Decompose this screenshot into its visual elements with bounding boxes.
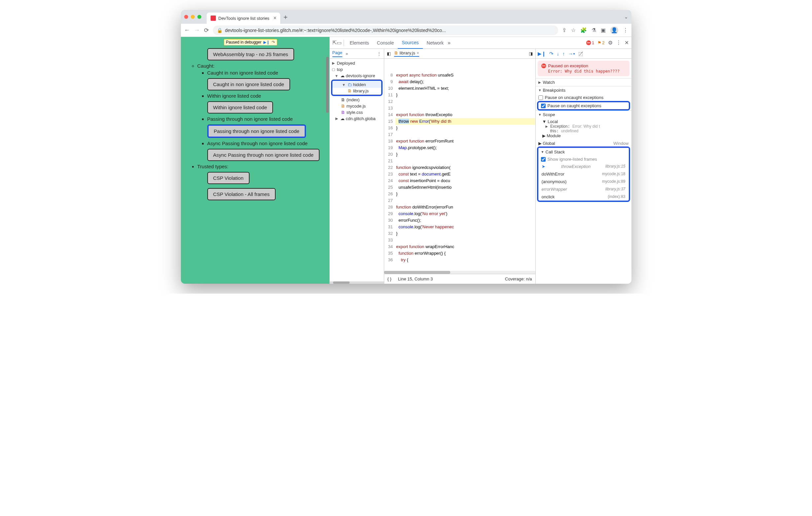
code-line[interactable]: export function throwExceptio [396, 112, 535, 118]
stack-frame[interactable]: throwExceptionlibrary.js:15 [539, 163, 629, 170]
tree-top[interactable]: ▢top [330, 66, 384, 72]
bp-caught-row[interactable]: Pause on caught exceptions [539, 102, 629, 109]
braces-icon[interactable]: { } [387, 276, 392, 281]
tree-deployed[interactable]: ▶Deployed [330, 60, 384, 66]
button-csp-violation[interactable]: CSP Violation [207, 172, 250, 184]
step-over-button[interactable]: ↷ [549, 51, 554, 57]
code-line[interactable]: export function wrapErrorHanc [396, 243, 535, 250]
page-scrollbar[interactable] [326, 57, 329, 113]
bp-caught-checkbox[interactable] [541, 103, 546, 108]
code-line[interactable]: } [396, 230, 535, 237]
code-line[interactable]: errorFunc(); [396, 217, 535, 224]
toggle-dbg-icon[interactable]: ◨ [529, 51, 533, 56]
profile-avatar[interactable]: 👤 [610, 26, 618, 34]
tab-sources[interactable]: Sources [398, 37, 423, 49]
tab-console[interactable]: Console [373, 37, 398, 49]
code-line[interactable]: console.log('Never happenec [396, 224, 535, 230]
more-tabs-icon[interactable]: » [447, 40, 451, 46]
address-bar[interactable]: 🔒 devtools-ignore-list-stories.glitch.me… [213, 25, 558, 35]
show-ignored-checkbox[interactable] [541, 157, 546, 162]
tree-style-css[interactable]: 🗎style.css [330, 109, 384, 116]
code-line[interactable]: export function errorFromRunt [396, 138, 535, 145]
code-line[interactable]: try { [396, 257, 535, 263]
code-line[interactable] [396, 197, 535, 204]
tree-cdn[interactable]: ▶☁cdn.glitch.globa [330, 116, 384, 122]
code-line[interactable]: unsafeSetInnerHtml(insertio [396, 184, 535, 191]
browser-tab[interactable]: DevTools ignore list stories × [207, 12, 281, 24]
tree-mycode-js[interactable]: 🗎mycode.js [330, 103, 384, 109]
code-line[interactable]: function doWithError(errorFun [396, 204, 535, 211]
code-line[interactable]: function errorWrapper() { [396, 250, 535, 257]
close-file-icon[interactable]: × [416, 51, 419, 55]
step-icon[interactable]: ↷ [272, 40, 275, 44]
bp-uncaught-row[interactable]: Pause on uncaught exceptions [536, 94, 632, 101]
step-button[interactable]: →• [569, 51, 575, 56]
section-watch[interactable]: ▶Watch [536, 79, 632, 86]
code-line[interactable]: console.log('No error yet') [396, 211, 535, 217]
code-line[interactable]: Map.prototype.set(); [396, 145, 535, 151]
nav-more-icon[interactable]: » [346, 51, 348, 56]
stack-frame[interactable]: (anonymous)mycode.js:89 [539, 178, 629, 185]
code-line[interactable]: } [396, 191, 535, 197]
labs-icon[interactable]: ⚗ [591, 27, 596, 33]
stack-frame[interactable]: errorWrapperlibrary.js:37 [539, 185, 629, 193]
bp-uncaught-checkbox[interactable] [539, 95, 543, 100]
back-button[interactable]: ← [184, 27, 190, 34]
tree-index[interactable]: 🗎(index) [330, 97, 384, 103]
code-line[interactable] [396, 158, 535, 164]
menu-icon[interactable]: ⋮ [623, 27, 628, 33]
code-line[interactable] [396, 131, 535, 138]
close-window[interactable] [184, 15, 188, 19]
step-into-button[interactable]: ↓ [557, 51, 559, 56]
nav-tab-page[interactable]: Page [332, 50, 342, 57]
tab-network[interactable]: Network [423, 37, 447, 49]
code-line[interactable]: const text = document.getE [396, 171, 535, 178]
scope-module[interactable]: ▶ Module [542, 133, 629, 138]
inspect-icon[interactable]: ⇱ [332, 39, 337, 46]
editor-h-scrollbar[interactable] [384, 271, 535, 274]
share-icon[interactable]: ⇪ [562, 27, 567, 33]
new-tab-button[interactable]: ＋ [282, 12, 289, 22]
close-devtools-icon[interactable]: ✕ [625, 39, 629, 46]
button-csp-violation-all[interactable]: CSP Violation - All frames [207, 188, 276, 200]
kebab-icon[interactable]: ⋮ [616, 39, 621, 46]
tab-elements[interactable]: Elements [346, 37, 373, 49]
zoom-window[interactable] [197, 15, 201, 19]
button-async-passing[interactable]: Async Passing through non ignore listed … [207, 149, 320, 161]
code-line[interactable] [396, 237, 535, 243]
tabs-overflow-icon[interactable]: ⌄ [624, 14, 628, 20]
stack-frame[interactable]: doWithErrormycode.js:18 [539, 170, 629, 178]
code-line[interactable]: } [396, 125, 535, 131]
code-line[interactable] [396, 105, 535, 112]
button-wasm-trap[interactable]: WebAssembly trap - no JS frames [207, 48, 294, 60]
minimize-window[interactable] [191, 15, 195, 19]
section-breakpoints[interactable]: ▼Breakpoints [536, 86, 632, 94]
code-line[interactable]: const insertionPoint = docu [396, 178, 535, 184]
file-tab-library[interactable]: 🗎 library.js × [394, 51, 419, 57]
code-line[interactable]: await delay(); [396, 79, 535, 85]
code-line[interactable]: throw new Error('Why did th [396, 118, 535, 125]
scope-global[interactable]: ▶ GlobalWindow [536, 140, 632, 147]
deactivate-bp-button[interactable]: ⬚̸ [578, 51, 583, 57]
stack-frame[interactable]: onclick(index):83 [539, 193, 629, 201]
tree-domain[interactable]: ▼☁devtools-ignore [330, 72, 384, 79]
button-passing-through[interactable]: Passing through non ignore listed code [207, 124, 306, 138]
nav-scrollbar[interactable] [330, 281, 384, 284]
show-ignored-frames-row[interactable]: Show ignore-listed frames [539, 156, 629, 163]
button-within-ignore[interactable]: Within ignore listed code [207, 101, 273, 114]
resume-button[interactable]: ▶❙ [538, 51, 546, 57]
resume-icon[interactable]: ▶❙ [263, 40, 270, 44]
section-scope[interactable]: ▼Scope [536, 111, 632, 118]
code-line[interactable]: } [396, 151, 535, 158]
nav-kebab-icon[interactable]: ⋮ [377, 51, 381, 56]
scope-local[interactable]: ▼ Local [542, 119, 629, 124]
panel-icon[interactable]: ▣ [601, 27, 606, 33]
code-area[interactable]: 8910111213141516171819202122232425262728… [384, 59, 535, 271]
settings-icon[interactable]: ⚙ [608, 39, 613, 46]
close-tab-icon[interactable]: × [273, 15, 276, 21]
code-line[interactable]: } [396, 92, 535, 98]
step-out-button[interactable]: ↑ [562, 51, 565, 56]
code-line[interactable] [396, 98, 535, 105]
error-count-badge[interactable]: ⛔ 1 [586, 40, 594, 45]
toggle-nav-icon[interactable]: ◧ [387, 51, 391, 56]
